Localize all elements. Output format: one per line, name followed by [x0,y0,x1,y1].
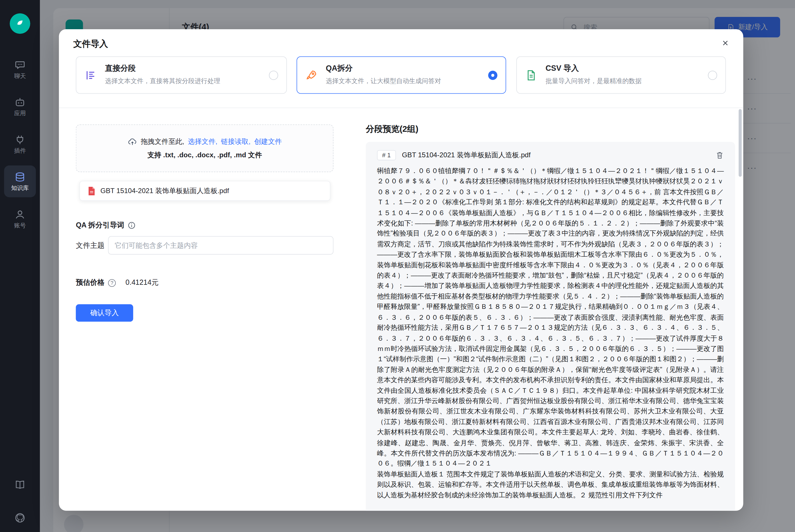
modal-title: 文件导入 [73,38,108,50]
info-icon[interactable] [128,221,136,229]
modal-scrollbar-thumb[interactable] [739,109,742,177]
account-icon [14,209,25,220]
uploaded-file-item[interactable]: GBT 15104-2021 装饰单板贴面人造板.pdf [79,181,330,201]
chunk-text: 犐犆犛７９．０６０犆犆犛犅７０！＂＃＄％＆＇（）＊犅犌／犜１５１０４—２０２１！… [377,166,724,500]
mode-card-direct-segment[interactable]: 直接分段 选择文本文件，直接将其按分段进行处理 [76,56,287,94]
mode-desc: 批量导入问答对，是最精准的数据 [546,77,641,86]
mode-title: CSV 导入 [546,63,579,73]
segment-icon [84,69,97,81]
sidebar-item-label: 插件 [14,148,26,154]
mode-radio[interactable] [488,71,497,80]
close-icon [721,39,730,47]
app-logo[interactable] [10,13,30,34]
dropzone-line1: 拖拽文件至此, 选择文件, 链接读取, 创建文件 [128,137,282,147]
drag-text: 拖拽文件至此, [141,137,184,146]
mode-title: QA拆分 [326,63,353,73]
question-glyph: ? [111,280,113,286]
sidebar-item-label: 账号 [14,223,26,229]
github-icon [14,512,25,524]
file-import-modal: 文件导入 直接分段 选择文本文件，直接将其按分段进行处理 QA拆分 选择文本文件… [59,29,743,511]
docs-button[interactable] [14,479,25,491]
sidebar-item-knowledge-base[interactable]: 知识库 [4,166,36,197]
rocket-icon [305,69,318,81]
mode-radio[interactable] [269,71,278,80]
screen: 聊天 应用 插件 [0,0,795,532]
file-dropzone[interactable]: 拖拽文件至此, 选择文件, 链接读取, 创建文件 支持 .txt, .doc, … [76,124,334,172]
mode-desc: 选择文本文件，直接将其按分段进行处理 [105,77,220,86]
delete-chunk-button[interactable] [716,151,724,159]
plugin-icon [14,134,25,145]
mode-card-csv-import[interactable]: CSV 导入 批量导入问答对，是最精准的数据 [516,56,726,94]
app-sidebar: 聊天 应用 插件 [0,0,40,532]
qa-guide-label: QA 拆分引导词 [76,221,124,230]
price-row: 预估价格 ? 0.41214元 [76,278,159,287]
qa-guide-row: QA 拆分引导词 [76,221,136,230]
chunk-index-badge: # 1 [377,150,396,160]
close-button[interactable] [719,36,732,50]
sidebar-item-label: 应用 [14,111,26,117]
sidebar-item-chat[interactable]: 聊天 [4,53,36,85]
chunk-paragraph: 装饰单板贴面人造板１ 范围本文件规定了装饰单板贴面人造板的术语和定义、分类、要求… [377,469,724,500]
csv-file-icon [525,69,537,81]
preview-heading: 分段预览(2组) [366,124,419,135]
mode-title: 直接分段 [105,63,136,73]
brand-logo-icon [14,18,25,29]
app-bot-icon [14,97,25,108]
chunk-source-title: GBT 15104-2021 装饰单板贴面人造板.pdf [402,151,716,160]
uploaded-file-name: GBT 15104-2021 装饰单板贴面人造板.pdf [100,186,229,195]
topic-label: 文件主题 [76,241,105,250]
price-help-icon[interactable]: ? [108,279,116,287]
link-fetch-link[interactable]: 链接读取, [221,137,250,146]
topic-input[interactable] [108,236,334,254]
github-button[interactable] [14,512,25,524]
pdf-file-icon [87,186,96,195]
create-file-link[interactable]: 创建文件 [254,137,282,146]
sidebar-item-plugins[interactable]: 插件 [4,128,36,160]
price-label: 预估价格 [76,278,105,287]
book-icon [14,479,25,491]
sidebar-item-account[interactable]: 账号 [4,203,36,235]
mode-radio[interactable] [708,71,717,80]
chat-icon [14,59,25,71]
modal-divider [59,108,743,108]
mode-desc: 选择文本文件，让大模型自动生成问答对 [326,77,441,86]
chunk-header: # 1 GBT 15104-2021 装饰单板贴面人造板.pdf [377,150,724,160]
supported-formats: 支持 .txt, .doc, .docx, .pdf, .md 文件 [147,150,262,159]
mode-card-qa-split[interactable]: QA拆分 选择文本文件，让大模型自动生成问答对 [297,56,506,94]
preview-chunk-card: # 1 GBT 15104-2021 装饰单板贴面人造板.pdf 犐犆犛７９．０… [366,142,735,511]
select-file-link[interactable]: 选择文件, [188,137,217,146]
chunk-paragraph: 犐犆犛７９．０６０犆犆犛犅７０！＂＃＄％＆＇（）＊犅犌／犜１５１０４—２０２１！… [377,166,724,469]
price-value: 0.41214元 [126,278,159,287]
database-icon [14,172,25,183]
confirm-import-button[interactable]: 确认导入 [76,304,133,322]
confirm-import-label: 确认导入 [90,308,119,318]
cloud-upload-icon [128,137,137,147]
sidebar-item-label: 知识库 [11,185,29,191]
sidebar-item-label: 聊天 [14,73,26,79]
sidebar-nav: 聊天 应用 插件 [0,53,40,235]
sidebar-item-apps[interactable]: 应用 [4,91,36,122]
trash-icon [716,151,724,159]
